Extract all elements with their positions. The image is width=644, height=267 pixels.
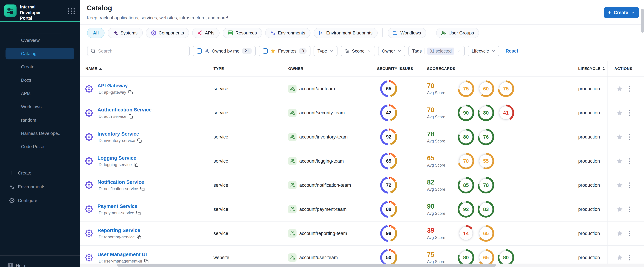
tab-environment-blueprints[interactable]: Environment Blueprints bbox=[314, 28, 378, 38]
owner-name[interactable]: account/user-team bbox=[299, 255, 338, 260]
column-header-lifecycle[interactable]: LIFECYCLE bbox=[577, 61, 607, 76]
kebab-menu-icon[interactable] bbox=[628, 84, 632, 93]
entity-name-link[interactable]: Reporting Service bbox=[98, 228, 141, 233]
security-issues-donut[interactable]: 92 bbox=[380, 128, 397, 146]
entity-name-link[interactable]: User Management UI bbox=[98, 252, 148, 257]
scorecard-ring[interactable]: 80 bbox=[478, 104, 494, 121]
sidebar-item-catalog[interactable]: Catalog bbox=[6, 48, 74, 60]
copy-icon[interactable] bbox=[134, 162, 138, 167]
create-button[interactable]: + Create bbox=[604, 7, 639, 18]
owner-name[interactable]: account/reporting-team bbox=[299, 231, 347, 236]
scorecard-ring[interactable]: 41 bbox=[498, 104, 514, 121]
scorecard-ring[interactable]: 75 bbox=[458, 80, 474, 97]
owner-name[interactable]: account/payment-team bbox=[299, 207, 346, 212]
tab-environments[interactable]: Environments bbox=[265, 28, 310, 38]
scorecard-ring[interactable]: 85 bbox=[458, 177, 474, 194]
tab-components[interactable]: Components bbox=[146, 28, 189, 38]
sidebar-item-help[interactable]: ? Help bbox=[8, 263, 25, 267]
sidebar-item-code-pulse[interactable]: Code Pulse bbox=[6, 141, 74, 152]
kebab-menu-icon[interactable] bbox=[628, 133, 632, 141]
tab-apis[interactable]: APIs bbox=[192, 28, 220, 38]
entity-name-link[interactable]: Logging Service bbox=[98, 155, 138, 161]
security-issues-donut[interactable]: 65 bbox=[380, 80, 397, 97]
column-header-security-issues[interactable]: SECURITY ISSUES bbox=[374, 61, 425, 76]
security-issues-donut[interactable]: 72 bbox=[380, 177, 397, 194]
copy-icon[interactable] bbox=[136, 211, 141, 215]
security-issues-donut[interactable]: 65 bbox=[380, 152, 397, 170]
reset-filters-link[interactable]: Reset bbox=[506, 48, 518, 54]
scorecard-ring[interactable]: 83 bbox=[478, 201, 494, 218]
tab-user-groups[interactable]: User Groups bbox=[436, 28, 479, 38]
scorecard-ring[interactable]: 14 bbox=[458, 225, 474, 242]
sidebar-item-create[interactable]: Create bbox=[6, 61, 74, 73]
copy-icon[interactable] bbox=[137, 235, 141, 239]
sidebar-utility-configure[interactable]: Configure bbox=[0, 195, 80, 206]
scorecard-ring[interactable]: 78 bbox=[478, 177, 494, 194]
sidebar-item-harness-develope[interactable]: Harness Develope... bbox=[6, 128, 74, 139]
scorecard-ring[interactable]: 65 bbox=[478, 249, 494, 266]
column-header-actions[interactable]: ACTIONS bbox=[607, 61, 644, 76]
column-header-type[interactable]: TYPE bbox=[209, 61, 285, 76]
owner-name[interactable]: account/logging-team bbox=[299, 158, 344, 164]
sidebar-item-docs[interactable]: Docs bbox=[6, 74, 74, 86]
filter-dropdown-lifecycle[interactable]: Lifecycle bbox=[468, 46, 499, 56]
scorecard-ring[interactable]: 55 bbox=[478, 153, 494, 169]
tab-systems[interactable]: Systems bbox=[108, 28, 143, 38]
tab-resources[interactable]: Resources bbox=[223, 28, 262, 38]
app-logo-icon[interactable] bbox=[4, 4, 16, 17]
kebab-menu-icon[interactable] bbox=[628, 205, 632, 214]
copy-icon[interactable] bbox=[128, 114, 133, 119]
sidebar-utility-environments[interactable]: Environments bbox=[0, 181, 80, 192]
scorecard-ring[interactable]: 60 bbox=[478, 80, 494, 97]
favorite-star-icon[interactable] bbox=[616, 110, 623, 116]
app-grid-icon[interactable] bbox=[68, 7, 75, 15]
horizontal-scrollbar[interactable] bbox=[80, 264, 644, 267]
owner-name[interactable]: account/inventory-team bbox=[299, 134, 348, 140]
search-box[interactable] bbox=[87, 46, 190, 56]
kebab-menu-icon[interactable] bbox=[628, 254, 632, 262]
filter-dropdown-scope[interactable]: Scope bbox=[340, 46, 375, 56]
entity-name-link[interactable]: Payment Service bbox=[98, 204, 141, 209]
security-issues-donut[interactable]: 98 bbox=[380, 225, 397, 242]
horizontal-scrollbar-thumb[interactable] bbox=[117, 264, 496, 267]
favorite-star-icon[interactable] bbox=[616, 254, 623, 261]
entity-name-link[interactable]: Notification Service bbox=[98, 179, 145, 185]
scorecard-ring[interactable]: 70 bbox=[458, 153, 474, 169]
favorite-star-icon[interactable] bbox=[616, 158, 623, 164]
filter-owned-by-me[interactable]: Owned by me 21 bbox=[193, 46, 256, 56]
kebab-menu-icon[interactable] bbox=[628, 181, 632, 190]
security-issues-donut[interactable]: 42 bbox=[380, 104, 397, 121]
tab-workflows[interactable]: Workflows bbox=[388, 28, 426, 38]
copy-icon[interactable] bbox=[144, 259, 148, 264]
sidebar-item-apis[interactable]: APIs bbox=[6, 88, 74, 100]
search-input[interactable] bbox=[98, 48, 186, 54]
scorecard-ring[interactable]: 65 bbox=[478, 225, 494, 242]
entity-name-link[interactable]: API Gateway bbox=[98, 83, 133, 88]
entity-name-link[interactable]: Inventory Service bbox=[98, 131, 142, 137]
favorite-star-icon[interactable] bbox=[616, 182, 623, 188]
favorite-star-icon[interactable] bbox=[616, 134, 623, 140]
column-header-owner[interactable]: OWNER bbox=[285, 61, 374, 76]
scorecard-ring[interactable]: 80 bbox=[458, 249, 474, 266]
checkbox[interactable] bbox=[262, 48, 268, 54]
tab-all[interactable]: All bbox=[87, 28, 104, 38]
scorecard-ring[interactable]: 80 bbox=[498, 249, 514, 266]
scorecard-ring[interactable]: 80 bbox=[458, 129, 474, 145]
filter-favorites[interactable]: Favorites 0 bbox=[259, 46, 310, 56]
column-header-scorecards[interactable]: SCORECARDS bbox=[425, 61, 577, 76]
column-header-name[interactable]: NAME bbox=[80, 61, 209, 76]
checkbox[interactable] bbox=[197, 48, 202, 54]
copy-icon[interactable] bbox=[128, 90, 133, 94]
favorite-star-icon[interactable] bbox=[616, 206, 623, 212]
sidebar-item-workflows[interactable]: Workflows bbox=[6, 101, 74, 113]
filter-dropdown-type[interactable]: Type bbox=[314, 46, 337, 56]
sidebar-item-overview[interactable]: Overview bbox=[6, 34, 74, 46]
sidebar-item-random[interactable]: random bbox=[6, 114, 74, 126]
copy-icon[interactable] bbox=[137, 138, 142, 143]
owner-name[interactable]: account/api-team bbox=[299, 86, 335, 92]
entity-name-link[interactable]: Authentication Service bbox=[98, 107, 152, 113]
owner-name[interactable]: account/security-team bbox=[299, 110, 345, 116]
favorite-star-icon[interactable] bbox=[616, 86, 623, 92]
owner-name[interactable]: account/notification-team bbox=[299, 182, 351, 188]
kebab-menu-icon[interactable] bbox=[628, 157, 632, 165]
